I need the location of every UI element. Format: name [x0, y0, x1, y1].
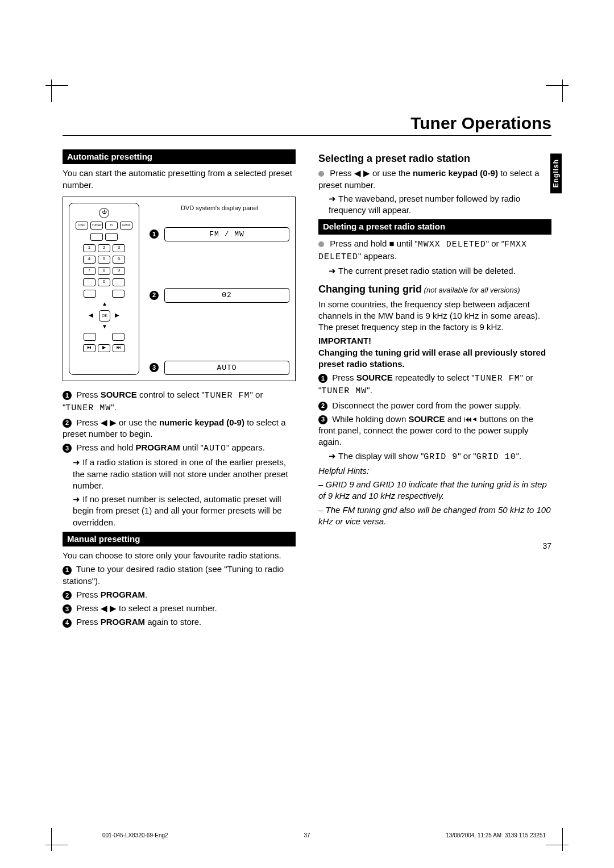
- important-label: IMPORTANT!: [318, 336, 371, 345]
- step-2-icon: 2: [63, 419, 72, 428]
- left-column: Automatic presetting You can start the a…: [63, 146, 296, 631]
- heading-changing-grid: Changing tuning grid (not available for …: [318, 282, 551, 296]
- manual-intro: You can choose to store only your favour…: [63, 550, 296, 561]
- text-bold: PROGRAM: [101, 590, 145, 599]
- text: Press ◀ ▶ to select a preset number.: [76, 603, 217, 613]
- text: ".: [516, 451, 522, 461]
- num-button: [113, 278, 125, 286]
- num-button: 3: [113, 244, 125, 252]
- text-bold: numeric keypad (0-9): [159, 418, 244, 427]
- text: Press and hold ■ until ": [330, 239, 417, 248]
- remote-diagram: ⏻ DISCTUNERTVAUX/DI 123 456 789 0 ▲▼◀▶ O…: [63, 197, 296, 381]
- func-button: [84, 290, 96, 298]
- step-1-icon: 1: [318, 374, 327, 383]
- text-bold: PROGRAM: [101, 617, 145, 627]
- func-button: [84, 333, 96, 341]
- heading-deleting-preset: Deleting a preset radio station: [318, 219, 551, 234]
- hint-2: – The FM tuning grid also will be change…: [318, 504, 551, 528]
- step-3-icon: 3: [63, 604, 72, 614]
- manual-step-1: 1 Tune to your desired radio station (se…: [63, 564, 296, 587]
- mode-button: TV: [105, 222, 118, 229]
- num-button: 6: [113, 256, 125, 264]
- grid-step-3: 3 While holding down SOURCE and ⏮◀ butto…: [318, 414, 551, 448]
- text: Disconnect the power cord from the power…: [332, 400, 521, 410]
- num-button: 4: [83, 256, 96, 264]
- text: ".: [111, 402, 117, 412]
- display-text: MWXX DELETED: [418, 240, 486, 249]
- source-button: [90, 233, 103, 241]
- heading-manual-presetting: Manual presetting: [63, 532, 296, 546]
- auto-step-2: 2 Press ◀ ▶ or use the numeric keypad (0…: [63, 417, 296, 440]
- mode-button: AUX/DI: [120, 222, 132, 229]
- step-2-icon: 2: [318, 402, 327, 411]
- display-text: TUNER FM: [475, 374, 520, 383]
- text: Press: [332, 373, 356, 382]
- delete-step: Press and hold ■ until "MWXX DELETED" or…: [318, 238, 551, 264]
- text-bold: SOURCE: [356, 373, 393, 382]
- text: repeatedly to select ": [393, 373, 475, 382]
- power-icon: ⏻: [99, 208, 109, 218]
- content-columns: Automatic presetting You can start the a…: [63, 146, 551, 631]
- diagram-labels: DVD system's display panel 1FM / MW 202 …: [150, 203, 289, 375]
- bullet-icon: [318, 241, 324, 247]
- display-text: GRID 10: [476, 452, 516, 462]
- display-text: TUNER MW: [65, 403, 111, 413]
- important-block: IMPORTANT! Changing the tuning grid will…: [318, 335, 551, 370]
- transport-button: ⏮: [83, 344, 96, 352]
- page-title: Tuner Operations: [63, 114, 551, 136]
- text-bold: numeric keypad (0-9): [413, 168, 498, 178]
- text: Changing tuning grid: [318, 283, 422, 295]
- diagram-caption: DVD system's display panel: [150, 204, 289, 212]
- auto-step-3: 3 Press and hold PROGRAM until "AUTO" ap…: [63, 442, 296, 454]
- remote-control-illustration: ⏻ DISCTUNERTVAUX/DI 123 456 789 0 ▲▼◀▶ O…: [69, 203, 139, 375]
- step-4-icon: 4: [63, 619, 72, 628]
- crop-mark: [534, 817, 563, 845]
- display-text: GRID 9: [424, 452, 458, 462]
- grid-step-2: 2 Disconnect the power cord from the pow…: [318, 400, 551, 411]
- crop-mark: [51, 85, 80, 114]
- note-italic: (not available for all versions): [422, 286, 520, 294]
- callout-3-icon: 3: [150, 363, 159, 372]
- language-tab: English: [550, 153, 562, 193]
- heading-automatic-presetting: Automatic presetting: [63, 149, 296, 164]
- dpad: ▲▼◀▶ OK: [90, 301, 118, 329]
- auto-note-1: ➜ If a radio station is stored in one of…: [63, 457, 296, 491]
- text: .: [145, 590, 147, 599]
- text-bold: SOURCE: [101, 390, 137, 399]
- num-button: 8: [98, 267, 110, 275]
- func-button: [112, 290, 125, 298]
- delete-note: ➜ The current preset radio station will …: [318, 265, 551, 277]
- auto-intro: You can start the automatic presetting f…: [63, 168, 296, 191]
- grid-step-1: 1 Press SOURCE repeatedly to select "TUN…: [318, 372, 551, 398]
- auto-note-2: ➜ If no preset number is selected, autom…: [63, 494, 296, 528]
- callout-1-icon: 1: [150, 229, 159, 239]
- manual-step-4: 4 Press PROGRAM again to store.: [63, 616, 296, 628]
- hint-1: – GRID 9 and GRID 10 indicate that the t…: [318, 479, 551, 502]
- callout-2-icon: 2: [150, 291, 159, 300]
- text-bold: SOURCE: [408, 414, 445, 424]
- transport-button: ⏭: [113, 344, 125, 352]
- step-1-icon: 1: [63, 566, 72, 575]
- display-text: AUTO: [204, 444, 226, 453]
- num-button: 1: [83, 244, 96, 252]
- num-button: 5: [98, 256, 110, 264]
- num-button: 9: [113, 267, 125, 275]
- mode-button: TUNER: [90, 222, 103, 229]
- important-text: Changing the tuning grid will erase all …: [318, 348, 546, 369]
- footer-timestamp: 13/08/2004, 11:25 AM: [446, 832, 501, 838]
- step-1-icon: 1: [63, 391, 72, 400]
- footer-doc-id: 001-045-LX8320-69-Eng2: [102, 832, 168, 838]
- page-number: 37: [318, 541, 551, 552]
- text: While holding down: [332, 414, 408, 424]
- hints-label: Helpful Hints:: [318, 465, 551, 477]
- footer: 001-045-LX8320-69-Eng2 37 13/08/2004, 11…: [102, 832, 546, 838]
- num-button: 0: [98, 278, 110, 286]
- source-button: [105, 233, 118, 241]
- display-readout-2: 02: [164, 288, 289, 303]
- auto-step-1: 1 Press SOURCE control to select "TUNER …: [63, 389, 296, 415]
- text-bold: PROGRAM: [135, 443, 180, 452]
- crop-mark: [51, 817, 80, 845]
- manual-step-3: 3 Press ◀ ▶ to select a preset number.: [63, 603, 296, 614]
- select-step: Press ◀ ▶ or use the numeric keypad (0-9…: [318, 168, 551, 191]
- text: Press and hold: [76, 443, 135, 452]
